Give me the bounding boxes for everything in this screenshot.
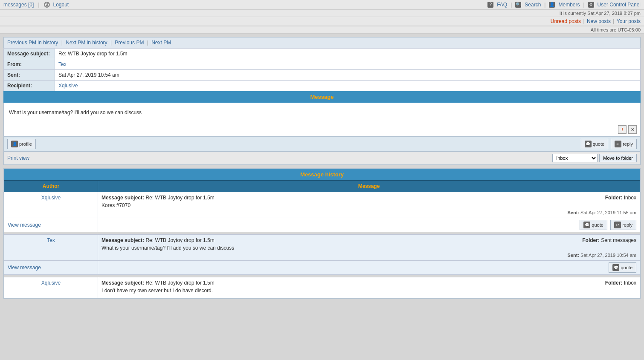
from-label: From: bbox=[4, 59, 55, 70]
folder-select[interactable]: Inbox Sent messages Outbox bbox=[552, 154, 598, 162]
pm-nav-sep3: | bbox=[147, 40, 148, 46]
search-link[interactable]: Search bbox=[525, 2, 541, 8]
from-user-link[interactable]: Tex bbox=[58, 61, 67, 67]
top-bar: messages [0] | ⏻ Logout ? FAQ | 🔍 Search… bbox=[0, 0, 644, 10]
view-message-link-1[interactable]: View message bbox=[8, 222, 41, 228]
message-section-title: Message bbox=[310, 94, 334, 100]
history-msg-sent-1: Sent: Sat Apr 27, 2019 11:55 am bbox=[102, 210, 636, 215]
timezone-bar: All times are UTC-05:00 bbox=[0, 26, 644, 34]
history-view-author-1: View message bbox=[4, 218, 98, 232]
sep3: | bbox=[583, 2, 584, 8]
separator: | bbox=[38, 2, 39, 8]
message-body-text: What is your username/tag? I'll add you … bbox=[9, 109, 635, 115]
message-info-table: Message subject: Re: WTB Joytoy drop for… bbox=[3, 48, 641, 91]
timezone-text: All times are UTC-05:00 bbox=[591, 27, 641, 32]
history-scroll-area[interactable]: Author Message Xqlusive Message subject:… bbox=[4, 180, 640, 298]
reply-icon: ↩ bbox=[615, 141, 621, 147]
prev-pm-link[interactable]: Previous PM bbox=[115, 40, 144, 46]
members-link[interactable]: Members bbox=[558, 2, 580, 8]
sep5: | bbox=[613, 18, 615, 24]
logout-icon: ⏻ bbox=[44, 2, 50, 8]
history-quote-label-2: quote bbox=[621, 265, 632, 270]
history-row-1: Xqlusive Message subject: Re: WTB Joytoy… bbox=[4, 192, 640, 218]
sep1: | bbox=[511, 2, 512, 8]
profile-btn-label: profile bbox=[19, 141, 32, 147]
history-author-2: Tex bbox=[4, 235, 98, 261]
history-reply-label-1: reply bbox=[622, 222, 632, 228]
quote-btn-label: quote bbox=[593, 141, 605, 147]
recipient-row: Recipient: Xqlusive bbox=[4, 81, 641, 91]
history-msg-sent-2: Sent: Sat Apr 27, 2019 10:54 am bbox=[102, 253, 636, 258]
message-section-header: Message bbox=[3, 91, 641, 103]
history-thead: Author Message bbox=[4, 181, 640, 192]
unread-posts-link[interactable]: Unread posts bbox=[551, 18, 581, 24]
move-to-folder-button[interactable]: Move to folder bbox=[599, 154, 637, 162]
subject-label: Message subject: bbox=[4, 49, 55, 59]
history-author-link-3[interactable]: Xqlusive bbox=[41, 280, 61, 286]
sent-row: Sent: Sat Apr 27, 2019 10:54 am bbox=[4, 70, 641, 81]
col-message-header: Message bbox=[98, 181, 640, 192]
history-quote-label-1: quote bbox=[592, 222, 603, 228]
profile-icon: 👤 bbox=[11, 141, 18, 147]
sent-label: Sent: bbox=[4, 70, 55, 81]
history-section-title: Message history bbox=[300, 171, 344, 178]
report-icon[interactable]: ! bbox=[618, 125, 627, 134]
history-table: Author Message Xqlusive Message subject:… bbox=[4, 180, 640, 298]
nav-links-bar: Unread posts | New posts | Your posts bbox=[0, 17, 644, 26]
recipient-user-link[interactable]: Xqlusive bbox=[58, 83, 78, 89]
history-msg-subject-1: Message subject: Re: WTB Joytoy drop for… bbox=[102, 195, 636, 201]
history-quote-btn-2[interactable]: 💬 quote bbox=[609, 262, 636, 273]
history-row-3: Xqlusive Message subject: Re: WTB Joytoy… bbox=[4, 277, 640, 298]
pm-nav-sep1: | bbox=[61, 40, 63, 46]
history-action-msg-1: 💬 quote ↩ reply bbox=[98, 218, 640, 232]
quote-button[interactable]: 💬 quote bbox=[581, 139, 609, 149]
faq-link[interactable]: FAQ bbox=[497, 2, 507, 8]
your-posts-link[interactable]: Your posts bbox=[617, 18, 641, 24]
next-pm-history-link[interactable]: Next PM in history bbox=[66, 40, 107, 46]
delete-icon[interactable]: ✕ bbox=[628, 125, 637, 134]
new-posts-link[interactable]: New posts bbox=[587, 18, 611, 24]
ucp-link[interactable]: User Control Panel bbox=[598, 2, 641, 8]
history-reply-icon-1: ↩ bbox=[614, 222, 621, 228]
history-quote-btn-1[interactable]: 💬 quote bbox=[580, 220, 607, 230]
profile-button[interactable]: 👤 profile bbox=[7, 139, 36, 149]
quote-reply-btns: 💬 quote ↩ reply bbox=[581, 139, 637, 149]
history-tbody: Xqlusive Message subject: Re: WTB Joytoy… bbox=[4, 192, 640, 298]
reply-button[interactable]: ↩ reply bbox=[611, 139, 637, 149]
sep2: | bbox=[544, 2, 545, 8]
history-msg-2: Message subject: Re: WTB Joytoy drop for… bbox=[98, 235, 640, 261]
history-author-link-1[interactable]: Xqlusive bbox=[41, 195, 61, 201]
quote-icon: 💬 bbox=[585, 141, 592, 147]
history-author-link-2[interactable]: Tex bbox=[47, 237, 55, 243]
next-pm-link[interactable]: Next PM bbox=[151, 40, 171, 46]
prev-pm-history-link[interactable]: Previous PM in history bbox=[7, 40, 58, 46]
history-msg-subject-2: Message subject: Re: WTB Joytoy drop for… bbox=[102, 237, 636, 243]
folder-controls: Inbox Sent messages Outbox Move to folde… bbox=[552, 154, 637, 162]
history-action-row-1: View message 💬 quote ↩ reply bbox=[4, 218, 640, 232]
ucp-icon: ⚙ bbox=[588, 2, 594, 8]
history-msg-1: Message subject: Re: WTB Joytoy drop for… bbox=[98, 192, 640, 218]
from-row: From: Tex bbox=[4, 59, 641, 70]
history-author-3: Xqlusive bbox=[4, 277, 98, 298]
history-col-header-row: Author Message bbox=[4, 181, 640, 192]
history-msg-body-2: What is your username/tag? I'll add you … bbox=[102, 245, 636, 251]
subject-value: Re: WTB Joytoy drop for 1.5m bbox=[55, 49, 641, 59]
history-reply-btn-1[interactable]: ↩ reply bbox=[610, 220, 636, 230]
history-quote-icon-2: 💬 bbox=[612, 264, 619, 271]
print-view-link[interactable]: Print view bbox=[7, 155, 29, 161]
logout-link[interactable]: Logout bbox=[53, 2, 69, 8]
messages-link[interactable]: messages [0] bbox=[3, 2, 34, 8]
history-msg-body-3: I don't have my own server but I do have… bbox=[102, 288, 636, 294]
col-author-header: Author bbox=[4, 181, 98, 192]
pm-nav: Previous PM in history | Next PM in hist… bbox=[3, 37, 641, 48]
search-icon: 🔍 bbox=[515, 2, 521, 8]
subject-row: Message subject: Re: WTB Joytoy drop for… bbox=[4, 49, 641, 59]
history-msg-body-1: Kores #7070 bbox=[102, 202, 636, 208]
view-message-link-2[interactable]: View message bbox=[8, 265, 41, 271]
history-section-header: Message history bbox=[4, 169, 640, 180]
top-bar-right: ? FAQ | 🔍 Search | 👤 Members | ⚙ User Co… bbox=[487, 2, 641, 8]
sent-value: Sat Apr 27, 2019 10:54 am bbox=[55, 70, 641, 81]
datetime-text: It is currently Sat Apr 27, 2019 8:27 pm bbox=[560, 11, 641, 16]
sep4: | bbox=[583, 18, 586, 24]
main-content: Previous PM in history | Next PM in hist… bbox=[0, 34, 644, 302]
